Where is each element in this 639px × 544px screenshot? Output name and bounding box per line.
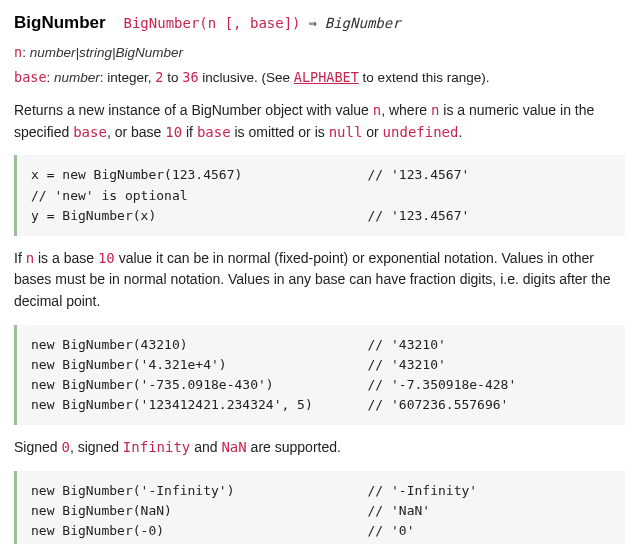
text: inclusive. (See (199, 70, 294, 85)
text: is omitted or is (231, 124, 329, 140)
code: Infinity (123, 439, 190, 455)
param-type: number|string|BigNumber (30, 45, 183, 60)
method-title: BigNumber (14, 13, 106, 32)
code: null (329, 124, 363, 140)
code-block-3: new BigNumber('-Infinity') // '-Infinity… (14, 471, 625, 544)
method-header: BigNumber BigNumber(n [, base]) ⇒ BigNum… (14, 10, 625, 36)
param-base: base: number: integer, 2 to 36 inclusive… (14, 67, 625, 88)
text: is a base (34, 250, 98, 266)
code: undefined (383, 124, 459, 140)
text: or (362, 124, 382, 140)
description-3: Signed 0, signed Infinity and NaN are su… (14, 437, 625, 459)
param-type: number (54, 70, 100, 85)
code: base (73, 124, 107, 140)
text: , signed (70, 439, 123, 455)
description-1: Returns a new instance of a BigNumber ob… (14, 100, 625, 143)
description-2: If n is a base 10 value it can be in nor… (14, 248, 625, 313)
code: 0 (61, 439, 69, 455)
text: to extend this range). (359, 70, 490, 85)
method-signature: BigNumber(n [, base]) (124, 15, 301, 31)
code-block-1: x = new BigNumber(123.4567) // '123.4567… (14, 155, 625, 235)
code: NaN (221, 439, 246, 455)
param-name: base (14, 69, 47, 85)
text: to (164, 70, 183, 85)
code: base (197, 124, 231, 140)
param-n: n: number|string|BigNumber (14, 42, 625, 63)
text: Signed (14, 439, 61, 455)
param-name: n (14, 44, 22, 60)
range-lo: 2 (155, 69, 163, 85)
text: , where (381, 102, 431, 118)
code-block-2: new BigNumber(43210) // '43210' new BigN… (14, 325, 625, 426)
code: n (373, 102, 381, 118)
range-hi: 36 (182, 69, 198, 85)
text: . (458, 124, 462, 140)
code: 10 (98, 250, 115, 266)
text: Returns a new instance of a BigNumber ob… (14, 102, 373, 118)
code: 10 (165, 124, 182, 140)
text: If (14, 250, 26, 266)
alphabet-link[interactable]: ALPHABET (294, 69, 359, 85)
text: : integer, (100, 70, 156, 85)
text: and (190, 439, 221, 455)
arrow-icon: ⇒ (308, 15, 316, 31)
code: n (26, 250, 34, 266)
text: , or base (107, 124, 165, 140)
text: if (182, 124, 197, 140)
return-type: BigNumber (325, 15, 401, 31)
text: are supported. (247, 439, 341, 455)
